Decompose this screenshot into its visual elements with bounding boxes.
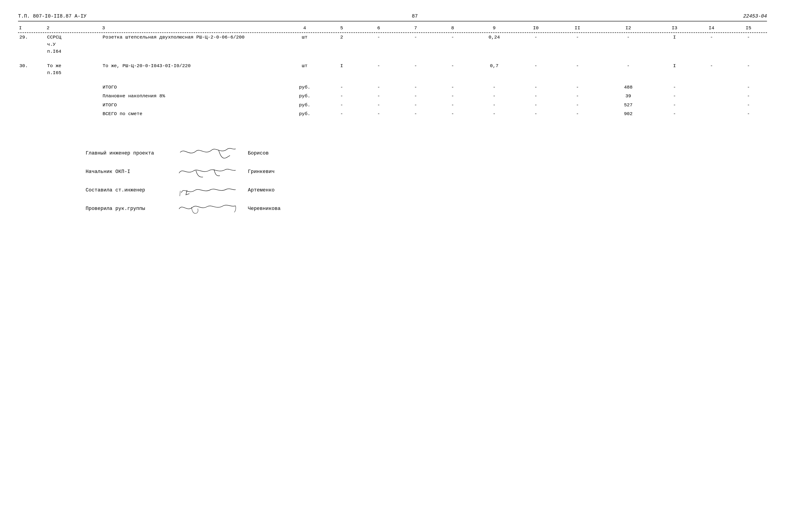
row-4-col-1 [18, 101, 46, 110]
row-2-col-8: - [434, 83, 471, 92]
signature-title-3: Проверила рук.группы [85, 206, 171, 212]
row-1-col-1: 30. [18, 61, 46, 78]
row-3-col-7: - [397, 92, 434, 101]
row-2-col-2 [46, 83, 101, 92]
row-5-col-8: - [434, 109, 471, 118]
spacer-row [18, 78, 767, 83]
signature-name-2: Артеменко [248, 187, 293, 193]
col-header-10: I0 [517, 24, 554, 32]
row-0-col-6: - [360, 33, 397, 56]
row-0-col-7: - [397, 33, 434, 56]
col-header-1: I [18, 24, 46, 32]
row-3-col-15: - [730, 92, 767, 101]
row-3-col-9: - [471, 92, 517, 101]
row-1-col-2: То жеп.I65 [46, 61, 101, 78]
row-4-col-5: - [323, 101, 360, 110]
document-header: Т.П. 807-I0-II8.87 А-IУ 87 22453-04 [18, 14, 767, 19]
row-2-col-3: ИТОГО [101, 83, 286, 92]
table-row: ВСЕГО по сметеруб.-------902-- [18, 109, 767, 118]
signature-name-3: Черевникова [248, 206, 293, 212]
row-5-col-9: - [471, 109, 517, 118]
signature-scribble-3 [178, 201, 241, 217]
row-3-col-5: - [323, 92, 360, 101]
row-3-col-13: - [656, 92, 693, 101]
row-5-col-15: - [730, 109, 767, 118]
spacer-row [18, 56, 767, 61]
col-header-2: 2 [46, 24, 101, 32]
row-4-col-3: ИТОГО [101, 101, 286, 110]
row-3-col-12: 39 [601, 92, 656, 101]
row-1-col-12: - [601, 61, 656, 78]
row-4-col-15: - [730, 101, 767, 110]
row-0-col-13: I [656, 33, 693, 56]
row-2-col-6: - [360, 83, 397, 92]
col-header-8: 8 [434, 24, 471, 32]
row-0-col-5: 2 [323, 33, 360, 56]
row-3-col-6: - [360, 92, 397, 101]
row-2-col-14 [693, 83, 730, 92]
row-1-col-5: I [323, 61, 360, 78]
row-2-col-4: руб. [286, 83, 323, 92]
row-2-col-13: - [656, 83, 693, 92]
col-header-3: 3 [101, 24, 286, 32]
row-5-col-10: - [517, 109, 554, 118]
row-0-col-8: - [434, 33, 471, 56]
table-row: 30.То жеп.I65То же, РШ-Ц-20-0-I043-0I-I0… [18, 61, 767, 78]
row-0-col-2: ССРСЦч.Уп.I64 [46, 33, 101, 56]
table-row: Плановне накопления 8%руб.-------39-- [18, 92, 767, 101]
table-row: 29.ССРСЦч.Уп.I64Розетка штепсельная двух… [18, 33, 767, 56]
row-5-col-4: руб. [286, 109, 323, 118]
col-header-11: II [554, 24, 601, 32]
signature-name-0: Борисов [248, 151, 293, 156]
col-header-7: 7 [397, 24, 434, 32]
row-0-col-1: 29. [18, 33, 46, 56]
row-1-col-15: - [730, 61, 767, 78]
row-1-col-13: I [656, 61, 693, 78]
row-1-col-9: 0,7 [471, 61, 517, 78]
col-header-4: 4 [286, 24, 323, 32]
row-3-col-11: - [554, 92, 601, 101]
row-4-col-8: - [434, 101, 471, 110]
row-0-col-10: - [517, 33, 554, 56]
row-5-col-2 [46, 109, 101, 118]
header-center: 87 [412, 14, 418, 19]
signature-row-1: Начальник ОКП-I Гринкевич [85, 164, 767, 180]
row-5-col-6: - [360, 109, 397, 118]
col-header-6: 6 [360, 24, 397, 32]
row-2-col-7: - [397, 83, 434, 92]
row-4-col-11: - [554, 101, 601, 110]
row-0-col-3: Розетка штепсельная двухполюсная РШ-Ц-2-… [101, 33, 286, 56]
row-1-col-7: - [397, 61, 434, 78]
row-4-col-12: 527 [601, 101, 656, 110]
row-0-col-9: 0,24 [471, 33, 517, 56]
row-1-col-11: - [554, 61, 601, 78]
col-header-14: I4 [693, 24, 730, 32]
table-row: ИТОГОруб.-------527-- [18, 101, 767, 110]
signature-title-0: Главный инженер проекта [85, 151, 171, 156]
signature-section: Главный инженер проекта БорисовНачальник… [18, 145, 767, 217]
row-2-col-12: 488 [601, 83, 656, 92]
signature-scribble-2 [178, 182, 241, 198]
signature-scribble-0 [178, 145, 241, 161]
row-4-col-6: - [360, 101, 397, 110]
row-2-col-10: - [517, 83, 554, 92]
row-1-col-3: То же, РШ-Ц-20-0-I043-0I-I0/220 [101, 61, 286, 78]
header-left: Т.П. 807-I0-II8.87 А-IУ [18, 14, 86, 19]
row-1-col-6: - [360, 61, 397, 78]
row-2-col-1 [18, 83, 46, 92]
row-3-col-3: Плановне накопления 8% [101, 92, 286, 101]
row-0-col-15: - [730, 33, 767, 56]
row-5-col-1 [18, 109, 46, 118]
row-5-col-7: - [397, 109, 434, 118]
row-2-col-9: - [471, 83, 517, 92]
row-0-col-14: - [693, 33, 730, 56]
signature-row-2: Составила ст.инженер Артеменко [85, 182, 767, 198]
row-3-col-1 [18, 92, 46, 101]
signature-row-0: Главный инженер проекта Борисов [85, 145, 767, 161]
row-2-col-5: - [323, 83, 360, 92]
top-solid-line [18, 21, 767, 21]
row-5-col-11: - [554, 109, 601, 118]
table-row: ИТОГОруб.-------488-- [18, 83, 767, 92]
header-right: 22453-04 [743, 14, 767, 19]
row-3-col-2 [46, 92, 101, 101]
